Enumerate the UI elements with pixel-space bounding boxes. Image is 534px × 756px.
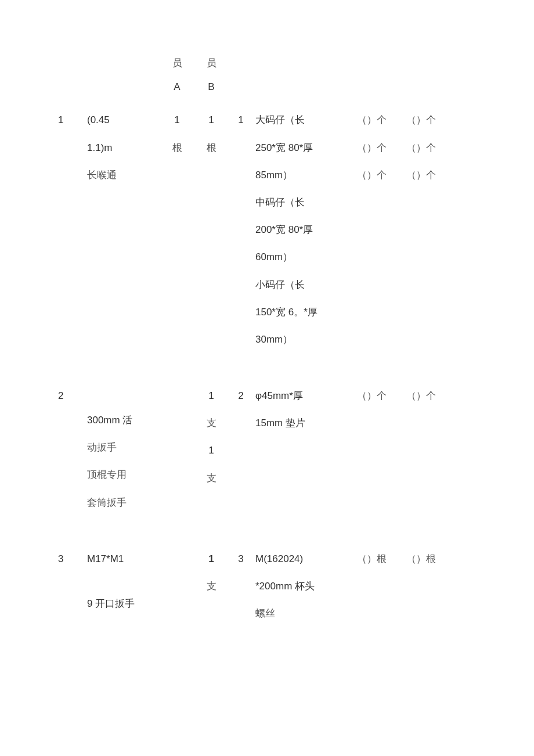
col-b-value: 1 支 1 支 — [196, 388, 231, 522]
desc-text: 60mm） — [255, 249, 352, 265]
qty-text: （）个 — [357, 167, 402, 183]
qty-text: （）个 — [406, 388, 436, 404]
qty-text: （）个 — [406, 167, 436, 183]
name-text: 1.1)m — [87, 140, 158, 156]
name-text: 长喉通 — [87, 167, 158, 183]
header-a-code: A — [163, 79, 192, 95]
col-b-value: 1 支 — [196, 551, 231, 633]
qty-text: 1 — [196, 442, 226, 458]
row-number: 1 — [58, 112, 87, 359]
table-row: 3 M17*M1 9 开口扳手 1 支 3 M(162024) *200mm 杯… — [58, 551, 493, 633]
name-text: M17*M1 — [87, 551, 158, 567]
qty-text: （）根 — [357, 551, 402, 567]
table-row: 1 (0.45 1.1)m 长喉通 1 根 1 根 1 大码仔（长 250*宽 … — [58, 112, 493, 359]
qty-text: （）个 — [406, 112, 436, 128]
desc-text: M(162024) — [255, 551, 352, 567]
qty-text: 1 — [196, 551, 226, 567]
description: 大码仔（长 250*宽 80*厚 85mm） 中码仔（长 200*宽 80*厚 … — [255, 112, 357, 359]
name-text — [87, 388, 158, 401]
unit-text: 根 — [196, 140, 226, 156]
name-text: 套筒扳手 — [87, 495, 158, 510]
name-text: (0.45 — [87, 112, 158, 128]
desc-text: 螺丝 — [255, 606, 352, 621]
qty-col-2: （）个 — [406, 388, 441, 522]
desc-text: 15mm 垫片 — [255, 415, 352, 431]
desc-text: 150*宽 6。*厚 — [255, 304, 352, 320]
col-b-value: 1 根 — [196, 112, 231, 359]
name-text: 300mm 活 — [87, 412, 158, 428]
unit-text: 支 — [196, 578, 226, 594]
item-name: (0.45 1.1)m 长喉通 — [87, 112, 163, 359]
qty-text: （）根 — [406, 551, 436, 567]
desc-text: 小码仔（长 — [255, 277, 352, 293]
name-text: 9 开口扳手 — [87, 596, 158, 611]
qty-text: 1 — [196, 388, 226, 404]
description: M(162024) *200mm 杯头 螺丝 — [255, 551, 357, 633]
name-text — [87, 578, 158, 584]
qty-text: （）个 — [357, 112, 402, 128]
row-number: 3 — [58, 551, 87, 633]
qty-col-1: （）个 （）个 （）个 — [357, 112, 406, 359]
row-number: 2 — [58, 388, 87, 522]
desc-text: φ45mm*厚 — [255, 388, 352, 404]
qty-text: 1 — [196, 112, 226, 128]
header-a-label: 员 — [163, 55, 192, 71]
qty-col-1: （）根 — [357, 551, 406, 633]
qty-text: （）个 — [406, 140, 436, 156]
desc-text: 大码仔（长 — [255, 112, 352, 128]
header-b-code: B — [196, 79, 226, 95]
item-name: M17*M1 9 开口扳手 — [87, 551, 163, 633]
name-text: 顶棍专用 — [87, 467, 158, 483]
table-row: 2 300mm 活 动扳手 顶棍专用 套筒扳手 1 支 1 支 2 φ45mm*… — [58, 388, 493, 522]
desc-text: 30mm） — [255, 332, 352, 347]
desc-text: 200*宽 80*厚 — [255, 222, 352, 237]
header-col-b: 员 B — [196, 55, 231, 95]
item-name: 300mm 活 动扳手 顶棍专用 套筒扳手 — [87, 388, 163, 522]
qty-text: （）个 — [357, 140, 402, 156]
desc-text: 中码仔（长 — [255, 195, 352, 210]
qty-col-1: （）个 — [357, 388, 406, 522]
unit-text: 根 — [163, 140, 192, 156]
table-header-row: 员 A 员 B — [58, 55, 493, 95]
qty-text: 1 — [163, 112, 192, 128]
desc-text: 250*宽 80*厚 — [255, 140, 352, 156]
index-value: 1 — [231, 112, 255, 359]
col-a-value — [163, 388, 196, 522]
header-col-a: 员 A — [163, 55, 196, 95]
qty-text: （）个 — [357, 388, 402, 404]
index-value: 2 — [231, 388, 255, 522]
desc-text: 85mm） — [255, 167, 352, 183]
col-a-value — [163, 551, 196, 633]
col-a-value: 1 根 — [163, 112, 196, 359]
qty-col-2: （）个 （）个 （）个 — [406, 112, 441, 359]
qty-col-2: （）根 — [406, 551, 441, 633]
header-b-label: 员 — [196, 55, 226, 71]
name-text: 动扳手 — [87, 440, 158, 455]
index-value: 3 — [231, 551, 255, 633]
unit-text: 支 — [196, 415, 226, 431]
desc-text: *200mm 杯头 — [255, 578, 352, 594]
description: φ45mm*厚 15mm 垫片 — [255, 388, 357, 522]
unit-text: 支 — [196, 470, 226, 486]
